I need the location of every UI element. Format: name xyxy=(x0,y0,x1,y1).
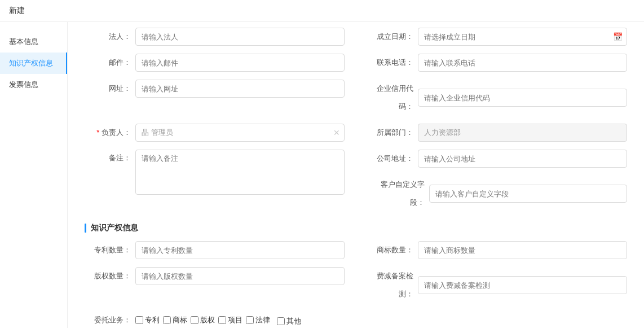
checkbox-other[interactable]: 其他 xyxy=(277,316,301,326)
ip-row-1: 专利数量： 商标数量： xyxy=(85,241,627,259)
field-patent-count: 专利数量： xyxy=(85,241,345,259)
checkbox-copyright-label: 版权 xyxy=(200,315,215,325)
form-row-2: 邮件： 联系电话： xyxy=(85,54,627,72)
input-fee-reduction[interactable] xyxy=(418,276,627,294)
sidebar-item-basic[interactable]: 基本信息 xyxy=(0,31,67,53)
checkbox-trademark-input[interactable] xyxy=(163,316,171,324)
checkbox-patent-label: 专利 xyxy=(145,315,160,325)
checkbox-project-input[interactable] xyxy=(218,316,226,324)
sidebar: 基本信息 知识产权信息 发票信息 xyxy=(0,22,68,328)
label-remark: 备注： xyxy=(85,150,135,163)
label-patent-count: 专利数量： xyxy=(85,241,135,259)
responsible-input-wrapper: ✕ xyxy=(135,124,345,142)
input-custom-field[interactable] xyxy=(429,185,627,203)
field-email: 邮件： xyxy=(85,54,345,72)
basic-info-section: 法人： 成立日期： 📅 邮件： 联系电话： xyxy=(85,28,627,212)
input-company-address[interactable] xyxy=(418,150,627,168)
label-department: 所属部门： xyxy=(367,124,418,142)
label-copyright-count: 版权数量： xyxy=(85,267,135,285)
label-fee-reduction: 费减备案检测： xyxy=(367,267,418,303)
input-credit-code[interactable] xyxy=(418,89,627,107)
label-company-address: 公司地址： xyxy=(367,150,418,168)
main-layout: 基本信息 知识产权信息 发票信息 法人： 成立日期： 📅 xyxy=(0,22,644,328)
page-title: 新建 xyxy=(0,0,644,22)
form-row-4: 负责人： ✕ 所属部门： xyxy=(85,124,627,142)
ip-row-3: 委托业务： 专利 商标 版权 xyxy=(85,311,627,328)
checkbox-other-label: 其他 xyxy=(286,316,301,326)
checkbox-trademark[interactable]: 商标 xyxy=(163,315,187,325)
entrust-checkboxes: 专利 商标 版权 项目 xyxy=(135,314,345,326)
form-row-1: 法人： 成立日期： 📅 xyxy=(85,28,627,46)
sidebar-item-invoice[interactable]: 发票信息 xyxy=(0,74,67,95)
input-remark[interactable] xyxy=(135,150,345,195)
input-copyright-count[interactable] xyxy=(135,267,345,285)
input-website[interactable] xyxy=(135,80,345,98)
checkbox-law-input[interactable] xyxy=(246,316,254,324)
form-row-5: 备注： 公司地址： 客户自定义字段： xyxy=(85,150,627,212)
input-patent-count[interactable] xyxy=(135,241,345,259)
input-phone[interactable] xyxy=(418,54,627,72)
checkbox-law-label: 法律 xyxy=(255,315,270,325)
field-department: 所属部门： xyxy=(367,124,627,142)
input-establish-date[interactable] xyxy=(418,28,627,46)
label-trademark-count: 商标数量： xyxy=(367,241,418,259)
label-establish-date: 成立日期： xyxy=(367,28,418,46)
input-email[interactable] xyxy=(135,54,345,72)
sidebar-item-ip[interactable]: 知识产权信息 xyxy=(0,53,67,74)
field-remark: 备注： xyxy=(85,150,345,195)
checkbox-law[interactable]: 法律 xyxy=(246,315,270,325)
ip-section-title: 知识产权信息 xyxy=(85,223,627,233)
clear-icon[interactable]: ✕ xyxy=(333,128,340,137)
input-trademark-count[interactable] xyxy=(418,241,627,259)
checkbox-copyright[interactable]: 版权 xyxy=(191,315,215,325)
field-fee-reduction: 费减备案检测： xyxy=(367,267,627,303)
label-email: 邮件： xyxy=(85,54,135,72)
label-legal-person: 法人： xyxy=(85,28,135,46)
checkbox-patent-input[interactable] xyxy=(135,316,143,324)
right-column: 公司地址： 客户自定义字段： xyxy=(367,150,627,212)
label-credit-code: 企业信用代码： xyxy=(367,80,418,116)
label-custom-field: 客户自定义字段： xyxy=(367,176,429,212)
checkbox-trademark-label: 商标 xyxy=(173,315,187,325)
label-website: 网址： xyxy=(85,80,135,98)
label-entrust: 委托业务： xyxy=(85,311,135,328)
field-legal-person: 法人： xyxy=(85,28,345,46)
form-row-3: 网址： 企业信用代码： xyxy=(85,80,627,116)
ip-row-2: 版权数量： 费减备案检测： xyxy=(85,267,627,303)
label-phone: 联系电话： xyxy=(367,54,418,72)
checkbox-copyright-input[interactable] xyxy=(191,316,199,324)
label-responsible: 负责人： xyxy=(85,124,135,142)
input-department xyxy=(418,124,627,142)
field-responsible: 负责人： ✕ xyxy=(85,124,345,142)
calendar-icon[interactable]: 📅 xyxy=(613,32,623,41)
checkbox-project[interactable]: 项目 xyxy=(218,315,242,325)
field-phone: 联系电话： xyxy=(367,54,627,72)
field-trademark-count: 商标数量： xyxy=(367,241,627,259)
field-custom-field: 客户自定义字段： xyxy=(367,176,627,212)
field-website: 网址： xyxy=(85,80,345,98)
date-input-wrapper: 📅 xyxy=(418,28,627,46)
field-credit-code: 企业信用代码： xyxy=(367,80,627,116)
checkbox-project-label: 项目 xyxy=(228,315,242,325)
input-legal-person[interactable] xyxy=(135,28,345,46)
checkbox-other-input[interactable] xyxy=(277,317,285,325)
field-company-address: 公司地址： xyxy=(367,150,627,168)
checkbox-patent[interactable]: 专利 xyxy=(135,315,160,325)
ip-section: 知识产权信息 专利数量： 商标数量： 版权数量： 费减 xyxy=(85,223,627,328)
content-area: 法人： 成立日期： 📅 邮件： 联系电话： xyxy=(68,22,644,328)
field-establish-date: 成立日期： 📅 xyxy=(367,28,627,46)
input-responsible[interactable] xyxy=(135,124,345,142)
field-copyright-count: 版权数量： xyxy=(85,267,345,285)
field-entrust: 委托业务： 专利 商标 版权 xyxy=(85,311,345,328)
